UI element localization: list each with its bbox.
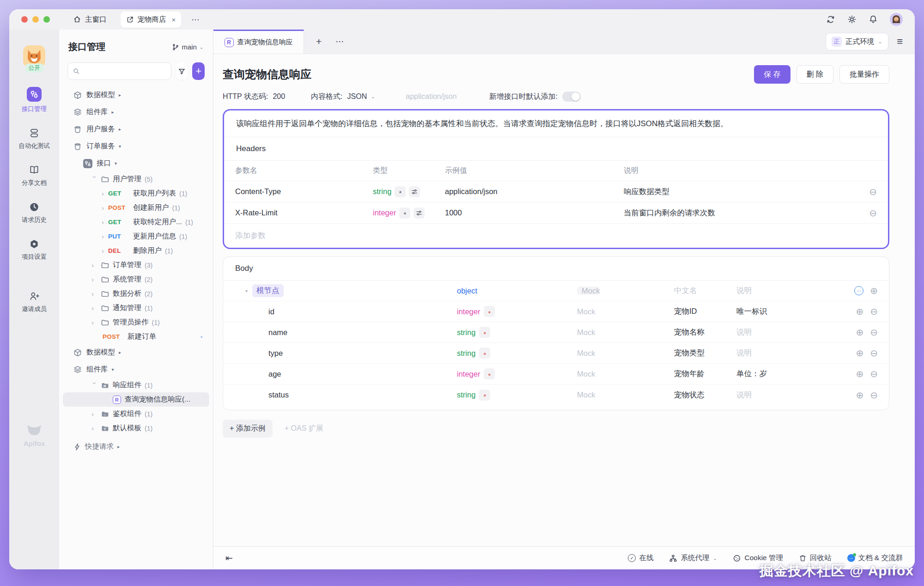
save-button[interactable]: 保 存 <box>754 65 790 84</box>
mock-input[interactable]: Mock <box>577 287 600 295</box>
add-field-icon[interactable]: ⊕ <box>870 286 878 295</box>
required-chip[interactable]: * <box>395 186 406 197</box>
rail-item-api-management[interactable]: 接口管理 <box>22 87 47 113</box>
field-desc[interactable]: 唯一标识 <box>736 306 841 317</box>
mock-placeholder[interactable]: Mock <box>577 370 674 378</box>
tree-group-order-service[interactable]: 订单服务▾ <box>63 138 209 155</box>
add-field-icon[interactable]: ⊕ <box>856 328 863 337</box>
tree-folder-notification[interactable]: › 通知管理(1) <box>63 301 209 315</box>
param-name[interactable]: X-Rate-Limit <box>235 208 373 217</box>
tree-folder-order-management[interactable]: › 订单管理(3) <box>63 258 209 272</box>
header-row-x-rate-limit[interactable]: X-Rate-Limit integer * 1000 当前窗口内剩余的请求次数… <box>224 202 888 224</box>
tree-folder-data-analysis[interactable]: › 数据分析(2) <box>63 287 209 301</box>
branch-selector[interactable]: main ⌄ <box>172 43 204 51</box>
tree-folder-default-templates[interactable]: › T 默认模板(1) <box>63 421 209 435</box>
rail-item-auto-test[interactable]: 自动化测试 <box>18 128 50 150</box>
tree-group-components[interactable]: 组件库▸ <box>63 104 209 121</box>
required-chip[interactable]: * <box>479 327 490 338</box>
environment-selector[interactable]: 正 正式环境 ⌄ <box>826 33 888 50</box>
tree-group-data-models[interactable]: 数据模型▸ <box>63 86 209 104</box>
advanced-settings-icon[interactable]: ⋯ <box>854 286 863 295</box>
tree-endpoint[interactable]: › DEL 删除用户(1) <box>63 244 209 258</box>
more-tabs-icon[interactable]: ⋯ <box>191 15 200 24</box>
mock-placeholder[interactable]: Mock <box>577 349 674 358</box>
cn-name[interactable]: 宠物ID <box>674 306 736 317</box>
remove-field-icon[interactable]: ⊖ <box>870 391 878 400</box>
minimize-window-button[interactable] <box>32 16 39 23</box>
close-window-button[interactable] <box>21 16 28 23</box>
cn-name[interactable]: 宠物状态 <box>674 390 736 400</box>
tree-section-api[interactable]: 接口▾ <box>63 155 209 172</box>
schema-row-age[interactable]: age integer* Mock 宠物年龄 单位：岁 ⊕⊖ <box>223 364 889 385</box>
param-desc[interactable]: 当前窗口内剩余的请求次数 <box>624 208 865 218</box>
add-field-icon[interactable]: ⊕ <box>856 369 863 378</box>
layout-menu-button[interactable]: ≡ <box>897 36 903 48</box>
tree-group-components-2[interactable]: 组件库▾ <box>63 361 209 378</box>
tree-endpoint[interactable]: › POST 创建新用户(1) <box>63 201 209 215</box>
tree-group-data-models-2[interactable]: 数据模型▸ <box>63 344 209 361</box>
auto-add-toggle[interactable] <box>562 92 581 102</box>
add-field-icon[interactable]: ⊕ <box>856 348 863 358</box>
collapse-sidebar-icon[interactable]: ⇤ <box>225 553 233 563</box>
schema-row-name[interactable]: name string* Mock 宠物名称 说明 ⊕⊖ <box>223 322 889 343</box>
tree-endpoint[interactable]: › GET 获取特定用户...(1) <box>63 215 209 229</box>
format-value[interactable]: JSON <box>347 92 367 101</box>
schema-row-status[interactable]: status string* Mock 宠物状态 说明 ⊕⊖ <box>223 385 889 405</box>
param-type[interactable]: integer <box>373 208 396 217</box>
remove-field-icon[interactable]: ⊖ <box>870 369 878 378</box>
schema-row-type[interactable]: type string* Mock 宠物类型 说明 ⊕⊖ <box>223 343 889 364</box>
bell-icon[interactable] <box>869 15 878 24</box>
param-example[interactable]: 1000 <box>445 208 624 217</box>
rail-item-project-settings[interactable]: 项目设置 <box>22 238 47 261</box>
schema-root-row[interactable]: ▾ 根节点 object Mock 中文名 说明 ⋯ ⊕ <box>223 281 889 301</box>
oas-extension-button[interactable]: + OAS 扩展 <box>285 424 323 433</box>
gear-icon[interactable] <box>847 15 857 24</box>
field-type[interactable]: integer <box>457 307 480 316</box>
header-row-content-type[interactable]: Content-Type string * application/json 响… <box>224 181 888 202</box>
search-input[interactable] <box>83 67 166 75</box>
param-desc[interactable]: 响应数据类型 <box>624 187 865 197</box>
tree-item-selected-response[interactable]: R 查询宠物信息响应(... <box>63 392 209 407</box>
mock-placeholder[interactable]: Mock <box>577 328 674 337</box>
tab-main-window[interactable]: 主窗口 <box>67 12 112 28</box>
tree-endpoint-new-order[interactable]: POST 新建订单 ● <box>63 330 209 344</box>
required-chip[interactable]: * <box>479 390 490 401</box>
tree-folder-response-components[interactable]: › R 响应组件(1) <box>63 378 209 392</box>
batch-button[interactable]: 批量操作 <box>839 65 889 84</box>
close-tab-icon[interactable]: × <box>172 16 176 24</box>
field-name[interactable]: id <box>234 307 457 316</box>
cn-name-placeholder[interactable]: 中文名 <box>674 286 736 296</box>
component-description[interactable]: 该响应组件用于返回单个宠物的详细信息，包括宠物的基本属性和当前状态。当请求查询指… <box>224 110 888 137</box>
tree-endpoint[interactable]: › GET 获取用户列表(1) <box>63 186 209 201</box>
required-chip[interactable]: * <box>484 306 495 317</box>
field-desc[interactable]: 单位：岁 <box>736 369 841 379</box>
rail-item-request-history[interactable]: 请求历史 <box>22 201 47 224</box>
param-type[interactable]: string <box>373 187 391 196</box>
tree-folder-system-management[interactable]: › 系统管理(2) <box>63 272 209 287</box>
rail-item-share-docs[interactable]: 分享文档 <box>22 165 47 187</box>
remove-field-icon[interactable]: ⊖ <box>870 307 878 316</box>
online-status[interactable]: ✓在线 <box>628 553 653 563</box>
field-type[interactable]: integer <box>457 370 480 378</box>
field-name[interactable]: name <box>234 328 457 337</box>
field-name[interactable]: type <box>234 349 457 358</box>
sync-icon[interactable] <box>826 15 835 24</box>
zoom-window-button[interactable] <box>43 16 50 23</box>
traffic-lights[interactable] <box>21 16 50 23</box>
tri-down-icon[interactable]: ▾ <box>245 288 248 293</box>
remove-field-icon[interactable]: ⊖ <box>870 328 878 337</box>
mock-placeholder[interactable]: Mock <box>577 391 674 399</box>
http-status-value[interactable]: 200 <box>273 92 285 101</box>
tab-more-icon[interactable]: ⋯ <box>335 37 344 47</box>
cn-name[interactable]: 宠物年龄 <box>674 369 736 379</box>
field-type[interactable]: string <box>457 328 475 337</box>
field-type[interactable]: string <box>457 349 475 358</box>
add-button[interactable]: + <box>192 62 205 80</box>
required-chip[interactable]: * <box>479 348 490 359</box>
param-name[interactable]: Content-Type <box>235 187 373 196</box>
tree-group-user-service[interactable]: 用户服务▸ <box>63 121 209 138</box>
search-input-wrap[interactable] <box>67 62 171 80</box>
tree-folder-user-management[interactable]: › 用户管理(5) <box>63 172 209 186</box>
tree-folder-auth-components[interactable]: › ○ 鉴权组件(1) <box>63 407 209 421</box>
remove-row-icon[interactable]: ⊖ <box>865 187 877 196</box>
